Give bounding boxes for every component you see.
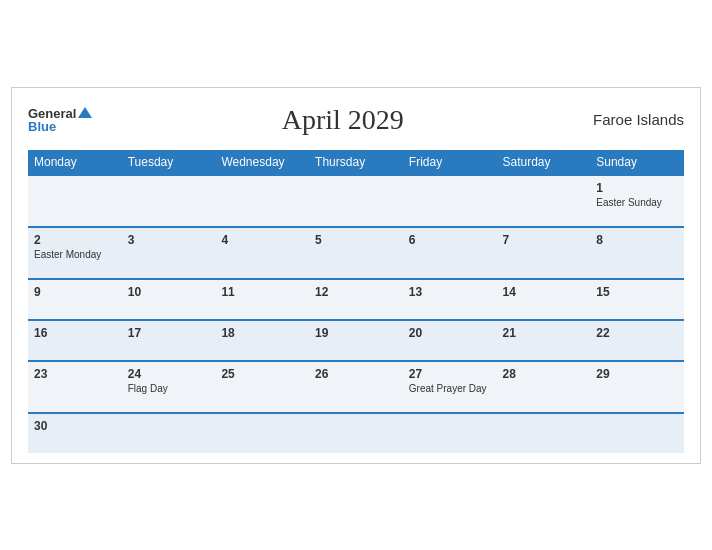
day-event: Easter Sunday: [596, 197, 678, 208]
day-cell: [122, 413, 216, 453]
day-number: 30: [34, 419, 116, 433]
day-cell: 17: [122, 320, 216, 361]
logo-blue-text: Blue: [28, 120, 56, 133]
day-number: 29: [596, 367, 678, 381]
day-cell: 14: [497, 279, 591, 320]
day-number: 6: [409, 233, 491, 247]
day-cell: 5: [309, 227, 403, 279]
weekday-header-sunday: Sunday: [590, 150, 684, 175]
day-cell: 22: [590, 320, 684, 361]
day-cell: 28: [497, 361, 591, 413]
day-cell: 1Easter Sunday: [590, 175, 684, 227]
weekday-header-saturday: Saturday: [497, 150, 591, 175]
week-row-5: 2324Flag Day252627Great Prayer Day2829: [28, 361, 684, 413]
calendar-header: General Blue April 2029 Faroe Islands: [28, 104, 684, 136]
day-number: 27: [409, 367, 491, 381]
day-number: 2: [34, 233, 116, 247]
day-cell: 26: [309, 361, 403, 413]
day-number: 20: [409, 326, 491, 340]
day-event: Great Prayer Day: [409, 383, 491, 394]
day-event: Flag Day: [128, 383, 210, 394]
calendar-table: MondayTuesdayWednesdayThursdayFridaySatu…: [28, 150, 684, 453]
region-label: Faroe Islands: [593, 111, 684, 128]
day-cell: 11: [215, 279, 309, 320]
day-cell: [497, 413, 591, 453]
day-number: 25: [221, 367, 303, 381]
day-number: 21: [503, 326, 585, 340]
day-number: 24: [128, 367, 210, 381]
day-cell: [215, 175, 309, 227]
weekday-header-wednesday: Wednesday: [215, 150, 309, 175]
day-number: 4: [221, 233, 303, 247]
day-number: 7: [503, 233, 585, 247]
day-number: 15: [596, 285, 678, 299]
day-number: 28: [503, 367, 585, 381]
day-cell: 30: [28, 413, 122, 453]
logo-triangle-icon: [78, 107, 92, 118]
day-cell: [497, 175, 591, 227]
day-cell: [28, 175, 122, 227]
day-number: 3: [128, 233, 210, 247]
weekday-header-tuesday: Tuesday: [122, 150, 216, 175]
week-row-4: 16171819202122: [28, 320, 684, 361]
day-cell: 27Great Prayer Day: [403, 361, 497, 413]
day-number: 11: [221, 285, 303, 299]
day-cell: 2Easter Monday: [28, 227, 122, 279]
day-number: 23: [34, 367, 116, 381]
weekday-header-thursday: Thursday: [309, 150, 403, 175]
day-number: 12: [315, 285, 397, 299]
day-number: 10: [128, 285, 210, 299]
day-cell: 15: [590, 279, 684, 320]
day-cell: 19: [309, 320, 403, 361]
day-cell: 7: [497, 227, 591, 279]
day-number: 14: [503, 285, 585, 299]
day-cell: [122, 175, 216, 227]
day-cell: [590, 413, 684, 453]
day-number: 22: [596, 326, 678, 340]
day-cell: 18: [215, 320, 309, 361]
day-cell: 8: [590, 227, 684, 279]
day-number: 13: [409, 285, 491, 299]
day-cell: 16: [28, 320, 122, 361]
day-number: 18: [221, 326, 303, 340]
day-cell: [403, 175, 497, 227]
day-number: 17: [128, 326, 210, 340]
week-row-6: 30: [28, 413, 684, 453]
day-number: 1: [596, 181, 678, 195]
day-cell: 3: [122, 227, 216, 279]
day-cell: [309, 175, 403, 227]
day-cell: 10: [122, 279, 216, 320]
calendar-title: April 2029: [282, 104, 404, 136]
day-cell: 13: [403, 279, 497, 320]
weekday-header-row: MondayTuesdayWednesdayThursdayFridaySatu…: [28, 150, 684, 175]
day-cell: 4: [215, 227, 309, 279]
weekday-header-friday: Friday: [403, 150, 497, 175]
day-number: 8: [596, 233, 678, 247]
day-number: 5: [315, 233, 397, 247]
day-cell: 24Flag Day: [122, 361, 216, 413]
week-row-1: 1Easter Sunday: [28, 175, 684, 227]
day-cell: 23: [28, 361, 122, 413]
logo: General Blue: [28, 107, 92, 133]
week-row-2: 2Easter Monday345678: [28, 227, 684, 279]
logo-general-text: General: [28, 107, 76, 120]
day-number: 19: [315, 326, 397, 340]
calendar-container: General Blue April 2029 Faroe Islands Mo…: [11, 87, 701, 464]
day-cell: 25: [215, 361, 309, 413]
day-cell: 29: [590, 361, 684, 413]
day-cell: 21: [497, 320, 591, 361]
weekday-header-monday: Monday: [28, 150, 122, 175]
day-event: Easter Monday: [34, 249, 116, 260]
week-row-3: 9101112131415: [28, 279, 684, 320]
day-cell: 20: [403, 320, 497, 361]
day-cell: 12: [309, 279, 403, 320]
day-number: 26: [315, 367, 397, 381]
day-cell: 9: [28, 279, 122, 320]
day-cell: 6: [403, 227, 497, 279]
day-cell: [309, 413, 403, 453]
day-number: 9: [34, 285, 116, 299]
day-number: 16: [34, 326, 116, 340]
day-cell: [215, 413, 309, 453]
day-cell: [403, 413, 497, 453]
